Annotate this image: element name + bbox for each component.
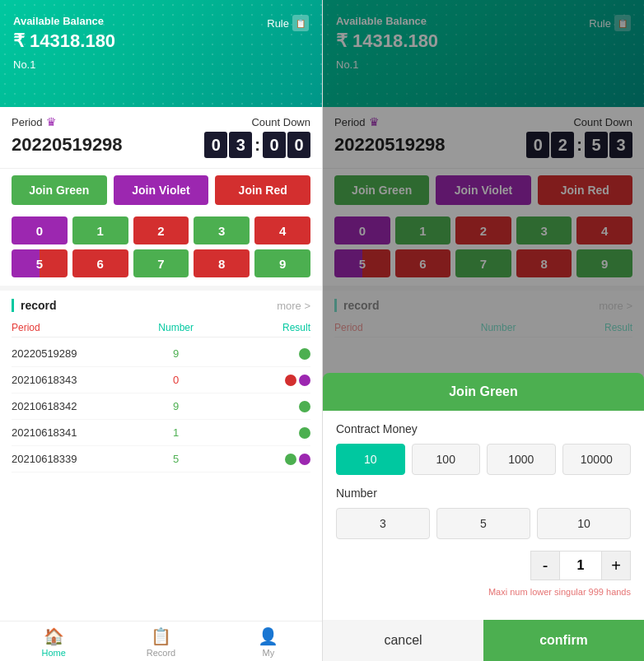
- left-num-6[interactable]: 6: [72, 249, 128, 277]
- rule-icon: 📋: [292, 15, 309, 31]
- left-record-section: record more > Period Number Result 20220…: [0, 291, 322, 626]
- left-num-5[interactable]: 5: [12, 249, 68, 277]
- number-options: 3 5 10: [336, 508, 631, 539]
- left-record-row-1: 20220519289 9: [12, 341, 310, 367]
- record-icon: 📋: [151, 626, 171, 646]
- confirm-button[interactable]: confirm: [483, 620, 644, 661]
- left-no-label: No.1: [13, 58, 309, 71]
- left-num-9[interactable]: 9: [254, 249, 310, 277]
- left-join-buttons: Join Green Join Violet Join Red: [0, 169, 322, 212]
- money-10-button[interactable]: 10: [336, 444, 405, 475]
- number-3-button[interactable]: 3: [336, 508, 430, 539]
- money-100-button[interactable]: 100: [412, 444, 481, 475]
- overlay-actions: cancel confirm: [323, 620, 644, 661]
- left-nav-home-label: Home: [41, 648, 65, 658]
- left-record-row-2: 20210618343 0: [12, 367, 310, 393]
- left-rule-button[interactable]: Rule 📋: [267, 15, 309, 31]
- countdown-d3: 0: [263, 132, 286, 158]
- money-10000-button[interactable]: 10000: [562, 444, 632, 475]
- left-num-7[interactable]: 7: [133, 249, 189, 277]
- left-period-label: Period: [12, 116, 43, 128]
- number-5-button[interactable]: 5: [436, 508, 530, 539]
- left-record-row-4: 20210618341 1: [12, 420, 310, 446]
- stepper-value: 1: [560, 551, 601, 580]
- home-icon: 🏠: [44, 626, 64, 646]
- my-icon: 👤: [258, 626, 278, 646]
- left-join-red-button[interactable]: Join Red: [215, 175, 310, 205]
- left-panel: Available Balance ₹ 14318.180 Rule 📋 No.…: [0, 0, 322, 661]
- left-nav-record[interactable]: 📋 Record: [107, 626, 214, 658]
- left-record-more[interactable]: more >: [277, 300, 310, 312]
- crown-icon: ♛: [46, 115, 57, 128]
- left-balance-amount: ₹ 14318.180: [13, 30, 115, 52]
- left-num-2[interactable]: 2: [133, 216, 189, 244]
- number-label: Number: [336, 486, 631, 500]
- left-th-number: Number: [131, 322, 221, 333]
- left-nav-record-label: Record: [147, 648, 175, 658]
- left-num-0[interactable]: 0: [12, 216, 68, 244]
- left-record-row-5: 20210618339 5: [12, 446, 310, 472]
- left-number-grid: 0 1 2 3 4 5 6 7 8 9: [0, 212, 322, 286]
- right-overlay: Join Green Contract Money 10 100 1000 10…: [323, 0, 644, 661]
- overlay-body: Contract Money 10 100 1000 10000 Number …: [323, 411, 644, 620]
- stepper-plus-button[interactable]: +: [601, 551, 631, 580]
- right-panel: Available Balance ₹ 14318.180 Rule 📋 No.…: [322, 0, 644, 661]
- contract-money-label: Contract Money: [336, 422, 631, 435]
- left-record-title: record: [12, 299, 57, 312]
- left-nav-home[interactable]: 🏠 Home: [0, 626, 107, 658]
- countdown-d4: 0: [287, 132, 310, 158]
- left-bottom-nav: 🏠 Home 📋 Record 👤 My: [0, 621, 322, 661]
- left-num-1[interactable]: 1: [72, 216, 128, 244]
- left-nav-my[interactable]: 👤 My: [215, 626, 322, 658]
- left-countdown: 0 3 : 0 0: [204, 132, 310, 158]
- left-table-header: Period Number Result: [12, 319, 310, 337]
- left-th-period: Period: [12, 322, 131, 333]
- left-record-row-3: 20210618342 9: [12, 393, 310, 420]
- countdown-d1: 0: [204, 132, 227, 158]
- money-1000-button[interactable]: 1000: [487, 444, 556, 475]
- stepper-row: - 1 +: [336, 551, 631, 580]
- number-10-button[interactable]: 10: [537, 508, 631, 539]
- stepper-minus-button[interactable]: -: [530, 551, 560, 580]
- left-period-section: Period ♛ Count Down 20220519298 0 3 : 0 …: [0, 107, 322, 169]
- cancel-button[interactable]: cancel: [323, 620, 483, 661]
- left-th-result: Result: [221, 322, 310, 333]
- left-num-3[interactable]: 3: [194, 216, 250, 244]
- left-header: Available Balance ₹ 14318.180 Rule 📋 No.…: [0, 0, 322, 107]
- maxi-note: Maxi num lower singular 999 hands: [336, 587, 631, 597]
- left-period-number: 20220519298: [12, 134, 123, 156]
- overlay-sheet: Join Green Contract Money 10 100 1000 10…: [323, 373, 644, 661]
- money-options: 10 100 1000 10000: [336, 444, 631, 475]
- countdown-d2: 3: [229, 132, 252, 158]
- left-nav-my-label: My: [262, 648, 274, 658]
- left-join-violet-button[interactable]: Join Violet: [114, 175, 209, 205]
- left-join-green-button[interactable]: Join Green: [12, 175, 107, 205]
- overlay-join-green-button[interactable]: Join Green: [323, 373, 644, 411]
- left-balance-label: Available Balance: [13, 15, 115, 27]
- left-num-8[interactable]: 8: [194, 249, 250, 277]
- left-countdown-label: Count Down: [251, 116, 310, 128]
- left-num-4[interactable]: 4: [254, 216, 310, 244]
